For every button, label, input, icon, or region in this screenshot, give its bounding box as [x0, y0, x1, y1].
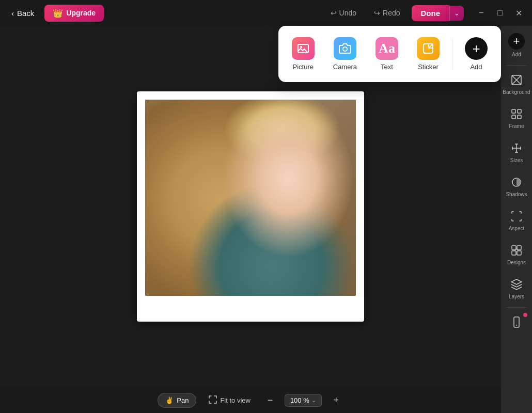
background-icon: [509, 73, 524, 87]
add-popup-menu: Picture Camera Aa Text Sticker + Add: [278, 26, 501, 82]
svg-rect-10: [518, 115, 521, 119]
picture-icon: [292, 37, 315, 60]
sidebar-item-background[interactable]: Background: [503, 68, 530, 101]
sidebar-item-frame[interactable]: Frame: [503, 102, 530, 135]
zoom-value: 100 %: [290, 396, 309, 404]
text-type-icon: Aa: [375, 37, 398, 60]
add-circle-icon: +: [465, 37, 488, 60]
redo-label: Redo: [383, 9, 400, 17]
svg-rect-9: [512, 115, 515, 119]
back-chevron-icon: ‹: [11, 9, 14, 18]
crown-icon: 👑: [53, 8, 63, 18]
svg-rect-7: [512, 109, 515, 113]
undo-button[interactable]: ↩ Undo: [324, 6, 363, 20]
mobile-icon: [509, 315, 524, 329]
svg-point-2: [343, 47, 347, 51]
pan-button[interactable]: ✌ Pan: [158, 393, 196, 408]
fit-icon: [209, 395, 217, 405]
svg-rect-19: [517, 246, 521, 250]
sizes-icon: [509, 141, 524, 155]
zoom-out-button[interactable]: −: [263, 393, 277, 407]
svg-rect-20: [512, 251, 516, 255]
sidebar-item-aspect[interactable]: Aspect: [503, 204, 530, 237]
sidebar-add-label: Add: [512, 52, 521, 58]
layers-icon: [509, 277, 524, 292]
photo-scene: [145, 100, 356, 296]
done-button[interactable]: Done: [412, 5, 450, 21]
back-button[interactable]: ‹ Back: [6, 6, 39, 21]
mobile-badge: [523, 313, 527, 317]
sidebar-shadows-label: Shadows: [506, 192, 527, 198]
top-bar: ‹ Back 👑 Upgrade ↩ Undo ↪ Redo Done ⌄ − …: [0, 0, 532, 26]
fit-to-view-button[interactable]: Fit to view: [204, 392, 256, 408]
sidebar-frame-label: Frame: [509, 123, 524, 130]
fit-label: Fit to view: [220, 396, 251, 404]
sidebar-mobile-wrapper: [503, 310, 530, 335]
svg-point-1: [300, 46, 302, 48]
designs-icon: [509, 243, 524, 258]
undo-label: Undo: [339, 9, 356, 17]
sidebar-item-shadows[interactable]: Shadows: [503, 170, 530, 203]
popup-picture-item[interactable]: Picture: [284, 33, 323, 75]
window-controls: − □ ✕: [474, 6, 526, 20]
sidebar-item-sizes[interactable]: Sizes: [503, 136, 530, 169]
upgrade-label: Upgrade: [66, 9, 96, 17]
close-button[interactable]: ✕: [511, 6, 526, 20]
popup-divider: [452, 39, 452, 70]
done-chevron-button[interactable]: ⌄: [449, 6, 464, 21]
zoom-chevron-icon: ⌄: [311, 397, 316, 404]
popup-add-item[interactable]: + Add: [457, 33, 496, 75]
zoom-display[interactable]: 100 % ⌄: [285, 394, 322, 407]
popup-sticker-item[interactable]: Sticker: [409, 33, 448, 75]
bottom-bar: ✌ Pan Fit to view − 100 % ⌄ +: [0, 387, 501, 413]
camera-label: Camera: [333, 63, 357, 71]
sidebar-item-add[interactable]: + Add: [503, 28, 530, 63]
sidebar-background-label: Background: [503, 89, 530, 96]
popup-camera-item[interactable]: Camera: [325, 33, 365, 75]
add-label: Add: [470, 63, 482, 71]
back-label: Back: [17, 9, 34, 18]
sticker-label: Sticker: [418, 63, 439, 71]
svg-rect-8: [518, 109, 521, 113]
text-label: Text: [381, 63, 393, 71]
upgrade-button[interactable]: 👑 Upgrade: [44, 5, 104, 22]
maximize-button[interactable]: □: [493, 6, 507, 20]
add-plus-icon: +: [508, 33, 525, 50]
sidebar-item-layers[interactable]: Layers: [503, 272, 530, 305]
zoom-in-button[interactable]: +: [329, 393, 343, 407]
aspect-icon: [509, 209, 524, 224]
photo-card[interactable]: [137, 91, 364, 322]
svg-rect-18: [512, 246, 516, 250]
minimize-button[interactable]: −: [474, 6, 489, 20]
camera-icon: [334, 37, 356, 60]
photo-image: [145, 100, 356, 296]
svg-rect-21: [517, 251, 521, 255]
popup-text-item[interactable]: Aa Text: [367, 33, 406, 75]
sidebar-layers-label: Layers: [509, 294, 524, 300]
sticker-icon: [417, 37, 440, 60]
done-area: Done ⌄: [412, 5, 464, 21]
sidebar-sizes-label: Sizes: [510, 157, 523, 164]
pan-hand-icon: ✌: [165, 396, 174, 404]
sidebar-designs-label: Designs: [507, 260, 526, 266]
sidebar-item-designs[interactable]: Designs: [503, 238, 530, 271]
right-sidebar: + Add Background Frame: [501, 26, 532, 413]
redo-button[interactable]: ↪ Redo: [368, 6, 406, 20]
sidebar-aspect-label: Aspect: [509, 226, 525, 232]
picture-label: Picture: [293, 63, 314, 71]
undo-icon: ↩: [331, 9, 337, 17]
sidebar-divider-1: [506, 65, 527, 66]
done-label: Done: [421, 9, 441, 18]
shadows-icon: [509, 175, 524, 189]
redo-icon: ↪: [374, 9, 380, 17]
sidebar-divider-2: [506, 307, 527, 308]
pan-label: Pan: [177, 396, 189, 404]
frame-icon: [509, 107, 524, 121]
